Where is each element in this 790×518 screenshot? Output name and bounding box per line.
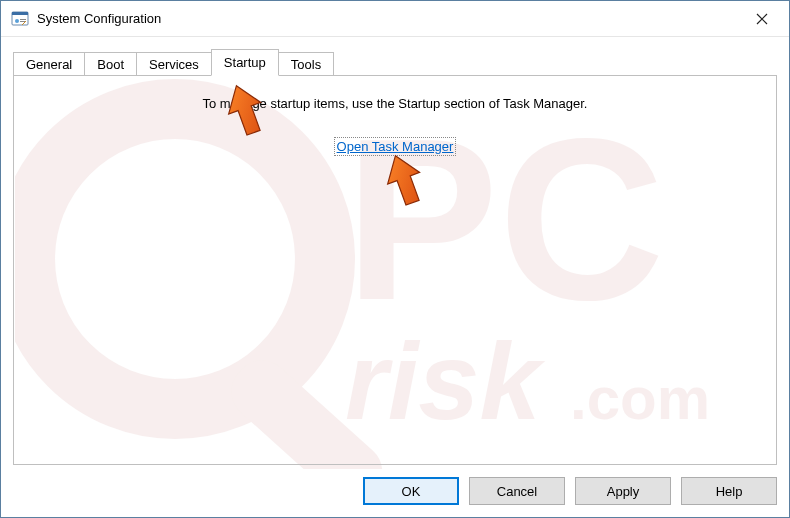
- dialog-button-bar: OK Cancel Apply Help: [13, 465, 777, 505]
- tab-tools[interactable]: Tools: [278, 52, 334, 76]
- close-icon: [756, 13, 768, 25]
- tab-page-startup: To manage startup items, use the Startup…: [13, 75, 777, 465]
- apply-button[interactable]: Apply: [575, 477, 671, 505]
- system-configuration-window: System Configuration General Boot Servic…: [0, 0, 790, 518]
- svg-rect-8: [20, 19, 26, 20]
- help-button[interactable]: Help: [681, 477, 777, 505]
- tab-boot[interactable]: Boot: [84, 52, 137, 76]
- svg-rect-6: [12, 12, 28, 15]
- app-icon: [11, 10, 29, 28]
- tab-general[interactable]: General: [13, 52, 85, 76]
- titlebar: System Configuration: [1, 1, 789, 37]
- tab-strip: General Boot Services Startup Tools: [13, 49, 777, 75]
- close-button[interactable]: [739, 3, 785, 35]
- svg-point-7: [15, 19, 19, 23]
- cancel-button[interactable]: Cancel: [469, 477, 565, 505]
- tab-startup[interactable]: Startup: [211, 49, 279, 76]
- client-area: General Boot Services Startup Tools To m…: [1, 37, 789, 517]
- startup-instruction-text: To manage startup items, use the Startup…: [14, 96, 776, 111]
- open-task-manager-link[interactable]: Open Task Manager: [336, 139, 455, 154]
- tab-services[interactable]: Services: [136, 52, 212, 76]
- window-title: System Configuration: [37, 11, 161, 26]
- ok-button[interactable]: OK: [363, 477, 459, 505]
